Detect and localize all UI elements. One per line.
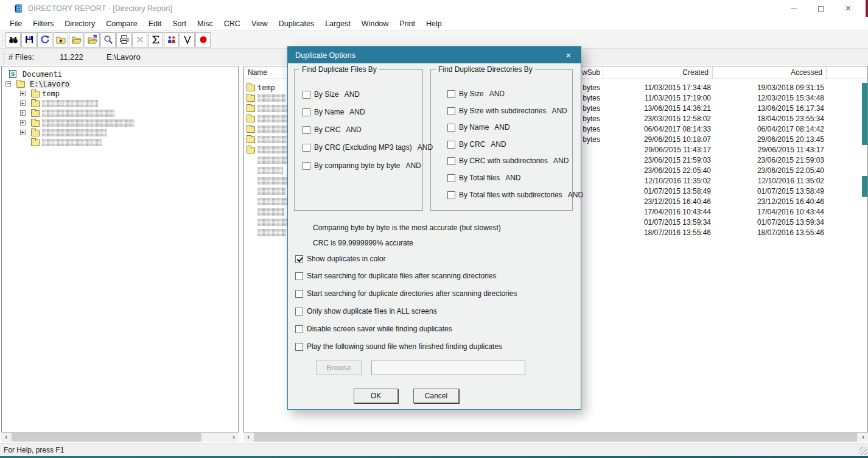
tree-item-blurred-6[interactable] — [2, 128, 238, 138]
files-by-option[interactable]: By NameAND — [303, 107, 365, 117]
checkbox-unchecked-icon[interactable] — [447, 191, 455, 199]
scroll-thumb[interactable] — [12, 433, 201, 442]
column-header-wsub[interactable]: wSub — [578, 66, 603, 79]
delete-button[interactable] — [132, 32, 147, 48]
duplicate-option[interactable]: Play the following sound file when finis… — [295, 342, 502, 351]
checkbox-unchecked-icon[interactable] — [295, 308, 303, 315]
toolbar-grip[interactable] — [2, 33, 3, 46]
expand-plus-icon[interactable] — [20, 110, 26, 116]
checkbox-unchecked-icon[interactable] — [447, 141, 455, 149]
duplicate-option[interactable]: Start searching for duplicate files afte… — [295, 271, 497, 281]
up-one-level-button[interactable] — [53, 32, 68, 48]
find-button[interactable] — [5, 32, 21, 48]
checkbox-unchecked-icon[interactable] — [447, 157, 455, 165]
files-by-option[interactable]: By CRCAND — [303, 125, 362, 135]
scroll-left-arrow-icon[interactable]: ‹ — [243, 432, 253, 442]
scroll-right-arrow-icon[interactable]: › — [229, 432, 239, 442]
dirs-by-option[interactable]: By Total files with subdirectoriesAND — [447, 190, 583, 200]
menu-duplicates[interactable]: Duplicates — [273, 18, 320, 30]
checkbox-unchecked-icon[interactable] — [447, 107, 455, 115]
checkbox-unchecked-icon[interactable] — [303, 144, 310, 152]
files-by-option[interactable]: By CRC (Excluding MP3 tags)AND — [303, 143, 433, 152]
menu-print[interactable]: Print — [394, 18, 421, 30]
checkbox-unchecked-icon[interactable] — [303, 126, 310, 134]
sound-file-input[interactable] — [371, 361, 525, 375]
print-button[interactable] — [116, 32, 131, 48]
dirs-by-option[interactable]: By CRC with subdirectoriesAND — [447, 156, 569, 166]
record-button[interactable] — [195, 32, 211, 48]
tree-item-blurred-3[interactable] — [2, 99, 238, 108]
expand-plus-icon[interactable] — [20, 120, 26, 125]
maximize-button[interactable] — [807, 0, 835, 17]
column-header-accessed[interactable]: Accessed — [713, 66, 827, 79]
open-directory-button[interactable] — [69, 32, 84, 48]
checkbox-unchecked-icon[interactable] — [295, 343, 303, 351]
menu-misc[interactable]: Misc — [192, 18, 219, 30]
checkbox-unchecked-icon[interactable] — [447, 174, 455, 182]
dirs-by-option[interactable]: By NameAND — [447, 122, 510, 132]
column-header-name[interactable]: Name — [244, 66, 284, 79]
menu-crc[interactable]: CRC — [219, 18, 246, 30]
checkbox-unchecked-icon[interactable] — [447, 90, 455, 98]
duplicates-button[interactable] — [164, 32, 179, 48]
dialog-close-button[interactable]: × — [556, 47, 581, 63]
scroll-left-arrow-icon[interactable]: ‹ — [1, 432, 11, 442]
checkbox-unchecked-icon[interactable] — [295, 290, 303, 298]
checkbox-unchecked-icon[interactable] — [303, 108, 310, 116]
expand-minus-icon[interactable] — [5, 81, 11, 86]
tree-item-E:\Lavoro[interactable]: E:\Lavoro — [2, 79, 238, 89]
list-horizontal-scrollbar[interactable]: ‹› — [243, 432, 868, 442]
zoom-button[interactable] — [100, 32, 116, 48]
minimize-button[interactable] — [780, 0, 807, 17]
expand-plus-icon[interactable] — [20, 130, 26, 135]
save-button[interactable] — [21, 32, 37, 48]
menu-sort[interactable]: Sort — [167, 18, 192, 30]
column-header-created[interactable]: Created — [603, 66, 713, 79]
menu-largest[interactable]: Largest — [320, 18, 356, 30]
tree-item-blurred-7[interactable] — [2, 138, 238, 147]
menu-window[interactable]: Window — [356, 18, 394, 30]
checkbox-unchecked-icon[interactable] — [295, 272, 303, 280]
column-header-blank[interactable] — [827, 66, 868, 79]
view-v-button[interactable] — [180, 32, 195, 48]
infobar-grip[interactable] — [4, 51, 5, 64]
scroll-thumb[interactable] — [254, 433, 857, 442]
duplicate-option[interactable]: Start searching for duplicate directorie… — [295, 289, 517, 298]
dialog-title-bar[interactable]: Duplicate Options × — [288, 47, 581, 63]
menu-edit[interactable]: Edit — [143, 18, 167, 30]
menu-view[interactable]: View — [246, 18, 273, 30]
scroll-right-arrow-icon[interactable]: › — [858, 432, 868, 442]
checkbox-unchecked-icon[interactable] — [447, 124, 455, 132]
open-new-directory-button[interactable] — [85, 32, 100, 48]
tree-item-blurred-4[interactable] — [2, 108, 238, 118]
browse-button[interactable]: Browse — [316, 361, 362, 375]
duplicate-option[interactable]: Disable screen saver while finding dupli… — [295, 324, 452, 334]
checkbox-checked-icon[interactable] — [295, 255, 303, 263]
dirs-by-option[interactable]: By SizeAND — [447, 89, 505, 99]
resize-grip[interactable] — [859, 446, 867, 455]
tree-item-blurred-5[interactable] — [2, 118, 238, 128]
cancel-button[interactable]: Cancel — [413, 389, 459, 403]
tree-horizontal-scrollbar[interactable]: ‹› — [1, 432, 239, 442]
menu-filters[interactable]: Filters — [27, 18, 59, 30]
menu-help[interactable]: Help — [421, 18, 447, 30]
checkbox-unchecked-icon[interactable] — [303, 91, 310, 99]
files-by-option[interactable]: By SizeAND — [303, 90, 360, 99]
tree-item-Documenti[interactable]: SDocumenti — [2, 69, 238, 79]
duplicate-option[interactable]: Only show duplicate files in ALL screens — [295, 306, 437, 316]
menu-file[interactable]: File — [4, 18, 27, 30]
duplicate-option[interactable]: Show duplicates in color — [295, 254, 385, 264]
sum-button[interactable] — [148, 32, 163, 48]
expand-plus-icon[interactable] — [20, 100, 26, 106]
dirs-by-option[interactable]: By CRCAND — [447, 139, 506, 149]
ok-button[interactable]: OK — [354, 389, 398, 403]
refresh-button[interactable] — [37, 32, 52, 48]
files-by-option[interactable]: By comparing byte by byteAND — [303, 161, 421, 171]
dirs-by-option[interactable]: By Total filesAND — [447, 173, 521, 183]
menu-compare[interactable]: Compare — [100, 18, 142, 30]
checkbox-unchecked-icon[interactable] — [303, 162, 310, 170]
expand-plus-icon[interactable] — [20, 91, 26, 96]
dirs-by-option[interactable]: By Size with subdirectoriesAND — [447, 106, 567, 116]
tree-item-temp[interactable]: temp — [2, 89, 238, 99]
menu-directory[interactable]: Directory — [59, 18, 100, 30]
